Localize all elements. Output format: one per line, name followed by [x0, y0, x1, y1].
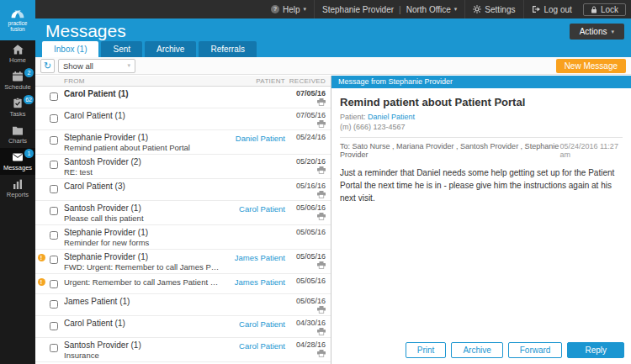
row-patient-link[interactable]	[220, 157, 285, 177]
tab-sent[interactable]: Sent	[101, 41, 142, 57]
row-patient-link[interactable]: James Patient	[220, 277, 285, 292]
tab-archive[interactable]: Archive	[145, 41, 196, 57]
row-subject: Insurance	[64, 351, 220, 360]
row-main: Santosh Provider (1) Please call this pa…	[64, 203, 220, 223]
row-patient-link[interactable]	[220, 111, 285, 128]
row-patient-link[interactable]: Daniel Patient	[220, 133, 285, 152]
row-checkbox[interactable]	[50, 161, 58, 169]
message-row[interactable]: ! Carol Patient (3) 05/16/16	[35, 179, 331, 201]
printer-icon[interactable]	[317, 261, 326, 269]
user-office: North Office	[406, 5, 451, 14]
new-message-button[interactable]: New Message	[556, 59, 626, 73]
refresh-button[interactable]: ↻	[40, 59, 55, 73]
sidebar-item-tasks[interactable]: 62 Tasks	[0, 94, 35, 121]
chevron-down-icon: ▾	[611, 29, 614, 35]
printer-icon[interactable]	[317, 98, 326, 106]
sidebar-item-reports[interactable]: Reports	[0, 175, 35, 202]
lock-button[interactable]: Lock	[583, 3, 626, 16]
sidebar-item-schedule[interactable]: 2 Schedule	[0, 67, 35, 94]
actions-button[interactable]: Actions ▾	[570, 24, 624, 40]
row-main: Stephanie Provider (1) FWD: Urgent: Reme…	[64, 252, 220, 272]
row-checkbox[interactable]	[50, 322, 58, 330]
forward-button[interactable]: Forward	[508, 342, 563, 358]
topbar: ? Help ▾ Stephanie Provider | North Offi…	[35, 0, 631, 18]
printer-icon[interactable]	[317, 191, 326, 198]
row-checkbox[interactable]	[50, 92, 58, 101]
row-patient-link[interactable]: Carol Patient	[220, 203, 285, 223]
printer-icon[interactable]	[317, 328, 326, 335]
row-checkbox[interactable]	[50, 114, 58, 123]
message-row[interactable]: ! Carol Patient (1) Carol Patient 04/30/…	[35, 316, 331, 338]
row-patient-link[interactable]	[220, 89, 285, 106]
print-button[interactable]: Print	[406, 342, 447, 358]
message-row[interactable]: ! Carol Patient (1) 07/05/16	[35, 108, 331, 130]
printer-icon[interactable]	[317, 166, 326, 174]
message-row[interactable]: ! Stephanie Provider (1) Reminder for ne…	[35, 225, 331, 250]
archive-button[interactable]: Archive	[451, 342, 502, 358]
row-subject: Please call this patient	[64, 214, 220, 223]
row-gutter: !	[35, 133, 47, 152]
app-window: ? Help ▾ Stephanie Provider | North Offi…	[0, 0, 631, 364]
sidebar-item-messages[interactable]: 1 Messages	[0, 148, 35, 175]
row-received: 07/05/16	[285, 89, 331, 106]
filter-select[interactable]: Show all ▾	[58, 59, 135, 73]
clipboard-check-icon	[12, 98, 24, 108]
row-subject: Remind patient about Patient Portal	[64, 143, 220, 152]
row-patient-link[interactable]	[220, 182, 285, 198]
row-checkbox-cell	[47, 157, 64, 177]
row-checkbox[interactable]	[50, 136, 58, 145]
user-menu[interactable]: Stephanie Provider | North Office ▾	[314, 0, 464, 18]
page-header: Messages Actions ▾ Inbox (1) Sent Archiv…	[35, 18, 631, 57]
row-checkbox[interactable]	[50, 280, 58, 288]
message-row[interactable]: ! Urgent: Remember to call James Patient…	[35, 274, 331, 294]
message-row[interactable]: ! Santosh Provider (1) Please call this …	[35, 201, 331, 225]
row-checkbox[interactable]	[50, 207, 58, 215]
row-checkbox[interactable]	[50, 300, 58, 309]
message-row[interactable]: ! Carol Patient (1) 07/05/16	[35, 87, 331, 108]
sidebar-item-charts[interactable]: Charts	[0, 121, 35, 148]
patient-label: Patient:	[340, 113, 366, 121]
row-from: Santosh Provider (1)	[64, 340, 220, 350]
practice-fusion-logo[interactable]: practice fusion	[0, 0, 35, 40]
row-checkbox[interactable]	[50, 256, 58, 264]
message-row[interactable]: ! James Patient (1) 05/05/16	[35, 294, 331, 316]
help-menu[interactable]: ? Help ▾	[263, 0, 314, 18]
logout-label: Log out	[544, 5, 572, 14]
row-patient-link[interactable]	[220, 228, 285, 247]
user-name: Stephanie Provider	[322, 5, 394, 14]
help-icon: ?	[271, 5, 279, 13]
row-from: Carol Patient (3)	[64, 182, 220, 191]
row-gutter: !	[35, 203, 47, 223]
settings-button[interactable]: Settings	[464, 0, 522, 18]
row-date: 04/28/16	[296, 340, 326, 349]
row-checkbox[interactable]	[50, 231, 58, 240]
logout-button[interactable]: Log out	[523, 0, 580, 18]
printer-icon[interactable]	[317, 306, 326, 314]
row-date: 07/05/16	[296, 111, 326, 119]
row-subject: FWD: Urgent: Remember to call James Pati…	[64, 262, 220, 272]
tab-inbox[interactable]: Inbox (1)	[42, 41, 98, 57]
recipients-line: To: Sato Nurse , Mariana Provider , Sant…	[340, 142, 623, 159]
sidebar-item-home[interactable]: Home	[0, 40, 35, 67]
printer-icon[interactable]	[317, 120, 326, 128]
row-patient-link[interactable]: Carol Patient	[220, 340, 285, 360]
printer-icon[interactable]	[317, 213, 326, 220]
row-gutter: !	[35, 89, 47, 106]
row-patient-link[interactable]	[220, 297, 285, 314]
message-row[interactable]: ! Santosh Provider (2) RE: test 05/20/16	[35, 155, 331, 179]
message-row[interactable]: ! Stephanie Provider (1) Remind patient …	[35, 130, 331, 155]
row-checkbox[interactable]	[50, 185, 58, 193]
tab-referrals[interactable]: Referrals	[199, 41, 257, 57]
message-row[interactable]: ! Santosh Provider (1) Insurance Carol P…	[35, 338, 331, 362]
row-patient-link[interactable]: James Patient	[220, 252, 285, 272]
row-received: 05/20/16	[285, 157, 331, 177]
row-patient-link[interactable]: Carol Patient	[220, 319, 285, 335]
sidebar: Home 2 Schedule 62 Tasks C	[0, 40, 35, 364]
patient-link[interactable]: Daniel Patient	[368, 113, 415, 121]
row-checkbox[interactable]	[50, 344, 58, 352]
reply-button[interactable]: Reply	[567, 342, 624, 358]
printer-icon[interactable]	[317, 350, 326, 357]
messages-badge: 1	[24, 149, 34, 158]
message-row[interactable]: ! Stephanie Provider (1) FWD: Urgent: Re…	[35, 250, 331, 274]
message-timestamp: 05/24/2016 11:27 am	[559, 142, 623, 159]
